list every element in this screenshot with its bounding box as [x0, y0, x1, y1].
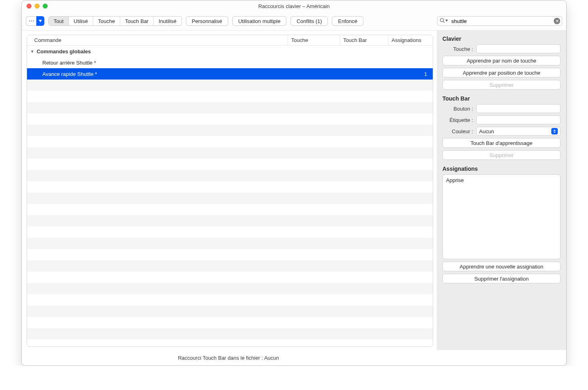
assignments-listbox[interactable]: Apprise: [442, 174, 561, 259]
commands-table: Commande Touche Touch Bar Assignations ▼…: [27, 35, 433, 347]
section-assignations: Assignations Apprise Apprendre une nouve…: [442, 166, 561, 345]
view-options-menu[interactable]: [36, 16, 44, 26]
status-text: Raccourci Touch Bar dans le fichier : Au…: [178, 355, 279, 361]
th-touchbar[interactable]: Touch Bar: [340, 35, 388, 45]
clear-search-icon[interactable]: ✕: [554, 18, 560, 24]
table-header: Commande Touche Touch Bar Assignations: [27, 35, 433, 46]
chevron-updown-icon: [551, 128, 558, 134]
svg-point-0: [440, 19, 444, 22]
section-touchbar: Touch Bar Bouton : Étiquette : Couleur :…: [442, 95, 561, 160]
content: Commande Touche Touch Bar Assignations ▼…: [22, 30, 566, 350]
titlebar: Raccourcis clavier – Américain: [22, 0, 566, 12]
btn-touchbar-learn[interactable]: Touch Bar d'apprentissage: [442, 138, 561, 148]
btn-delete-assignment[interactable]: Supprimer l'assignation: [442, 274, 561, 283]
btn-delete-touchbar[interactable]: Supprimer: [442, 150, 561, 160]
section-title-touchbar: Touch Bar: [442, 95, 561, 102]
list-item[interactable]: Apprise: [443, 175, 560, 186]
seg-utilise[interactable]: Utilisé: [69, 17, 93, 25]
group-label: Commandes globales: [37, 48, 91, 55]
btn-learn-assignment[interactable]: Apprendre une nouvelle assignation: [442, 262, 561, 271]
table-row[interactable]: Avance rapide Shuttle * 1: [27, 68, 433, 80]
seg-tout[interactable]: Tout: [49, 17, 69, 25]
toolbar: ⋯ Tout Utilisé Touche Touch Bar Inutilis…: [22, 12, 566, 30]
ellipsis-button[interactable]: ⋯: [26, 16, 36, 26]
btn-learn-by-name[interactable]: Apprendre par nom de touche: [442, 56, 561, 65]
label-touche: Touche :: [442, 46, 473, 52]
cell-command: Retour arrière Shuttle *: [27, 60, 288, 66]
btn-custom[interactable]: Personnalisé: [186, 16, 228, 26]
group-row[interactable]: ▼ Commandes globales: [27, 46, 433, 57]
th-assign[interactable]: Assignations: [388, 35, 433, 45]
input-etiquette[interactable]: [476, 115, 561, 124]
select-couleur-value: Aucun: [479, 128, 494, 134]
seg-touchbar[interactable]: Touch Bar: [120, 17, 154, 25]
th-key[interactable]: Touche: [288, 35, 340, 45]
table-row[interactable]: Retour arrière Shuttle *: [27, 57, 433, 68]
btn-conflicts[interactable]: Conflits (1): [290, 16, 328, 26]
seg-touche[interactable]: Touche: [93, 17, 120, 25]
statusbar: Raccourci Touch Bar dans le fichier : Au…: [22, 350, 566, 365]
window-title: Raccourcis clavier – Américain: [22, 3, 566, 9]
table-body[interactable]: ▼ Commandes globales Retour arrière Shut…: [27, 46, 433, 346]
input-touche[interactable]: [476, 44, 561, 53]
input-bouton[interactable]: [476, 104, 561, 113]
window: Raccourcis clavier – Américain ⋯ Tout Ut…: [21, 0, 567, 366]
section-title-assign: Assignations: [442, 166, 561, 172]
btn-learn-by-position[interactable]: Apprendre par position de touche: [442, 68, 561, 78]
search-icon: [440, 18, 448, 23]
main-panel: Commande Touche Touch Bar Assignations ▼…: [22, 31, 436, 350]
search-box: ✕: [437, 16, 562, 26]
cell-command: Avance rapide Shuttle *: [27, 71, 288, 77]
section-clavier: Clavier Touche : Apprendre par nom de to…: [442, 36, 561, 90]
label-couleur: Couleur :: [442, 128, 473, 134]
filter-segmented: Tout Utilisé Touche Touch Bar Inutilisé: [48, 16, 182, 26]
btn-multi-use[interactable]: Utilisation multiple: [232, 16, 287, 26]
seg-inutilise[interactable]: Inutilisé: [154, 17, 181, 25]
svg-line-1: [443, 21, 444, 23]
btn-delete-key[interactable]: Supprimer: [442, 80, 561, 90]
sidebar: Clavier Touche : Apprendre par nom de to…: [436, 31, 566, 350]
btn-pressed[interactable]: Enfoncé: [332, 16, 363, 26]
label-bouton: Bouton :: [442, 106, 473, 112]
chevron-down-icon[interactable]: ▼: [30, 49, 34, 54]
label-etiquette: Étiquette :: [442, 117, 473, 123]
cell-assign: 1: [388, 71, 433, 77]
th-command[interactable]: Commande: [34, 35, 288, 45]
view-options-group: ⋯: [26, 16, 44, 26]
search-input[interactable]: [437, 16, 562, 26]
section-title-clavier: Clavier: [442, 36, 561, 42]
select-couleur[interactable]: Aucun: [476, 127, 561, 136]
